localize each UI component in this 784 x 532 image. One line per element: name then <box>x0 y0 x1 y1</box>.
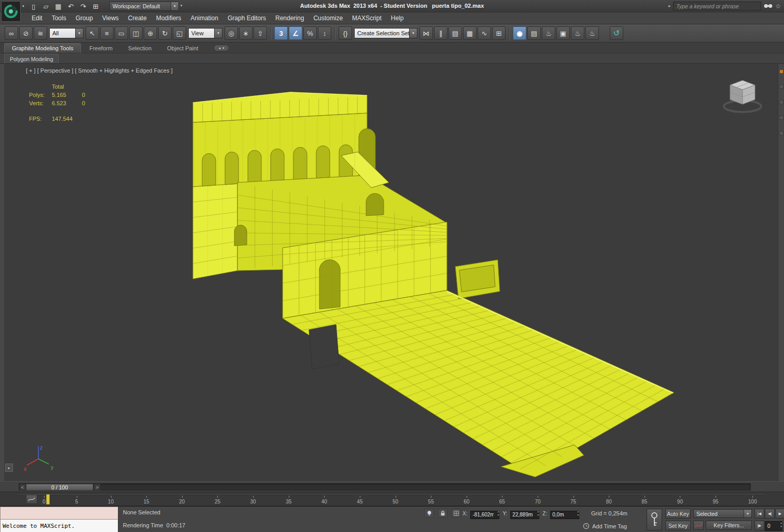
current-frame-marker[interactable] <box>46 494 50 505</box>
spinner-snap-toggle[interactable]: ↕ <box>318 26 331 40</box>
current-frame-field[interactable]: ▴▾ <box>765 521 782 530</box>
key-mode-dropdown[interactable]: Selected ▾ <box>693 509 752 518</box>
tab-graphite-modeling-tools[interactable]: Graphite Modeling Tools <box>4 43 81 53</box>
bind-to-space-warp-button[interactable]: ≋ <box>34 26 47 40</box>
spinner-icon[interactable]: ▴▾ <box>498 510 499 516</box>
menu-item[interactable]: Help <box>386 12 409 24</box>
time-slider-handle[interactable]: 0 / 100 <box>26 484 93 491</box>
menu-item[interactable]: Animation <box>186 12 223 24</box>
menu-item[interactable]: Group <box>71 12 97 24</box>
key-filters-button[interactable]: Key Filters... <box>706 521 752 530</box>
reference-coordinate-system-dropdown[interactable]: View ▾ <box>188 28 222 38</box>
z-coordinate-input[interactable] <box>550 511 579 519</box>
selection-lock-toggle[interactable] <box>438 509 447 517</box>
infocenter-search-input[interactable] <box>673 2 761 10</box>
use-pivot-point-button[interactable]: ◎ <box>225 26 238 40</box>
app-menu-arrow-icon[interactable]: ▾ <box>22 4 24 8</box>
perspective-viewport[interactable]: [ + ] [ Perspective ] [ Smooth + Highlig… <box>4 64 778 481</box>
select-and-scale-button[interactable]: ◱ <box>173 26 186 40</box>
window-crossing-toggle[interactable]: ◫ <box>129 26 143 40</box>
play-animation-button[interactable]: ▶ <box>775 509 784 519</box>
material-editor-button[interactable]: ◉ <box>513 26 526 40</box>
edit-named-selection-sets-button[interactable]: {} <box>339 26 352 40</box>
next-frame-mini-button[interactable]: > <box>94 484 101 491</box>
viewport-label[interactable]: [ + ] [ Perspective ] [ Smooth + Highlig… <box>26 67 173 74</box>
x-coordinate-field[interactable]: ▴▾ <box>470 509 499 517</box>
listener-pane[interactable]: Welcome to MAXScript. <box>0 519 118 532</box>
workspace-dropdown[interactable]: Workspace: Default ▾ <box>109 2 179 11</box>
auto-key-button[interactable]: Auto Key <box>665 509 691 519</box>
command-panel-collapsed-strip[interactable] <box>778 64 784 481</box>
add-time-tag[interactable]: Add Time Tag <box>583 523 627 529</box>
set-keys-button[interactable] <box>647 509 662 530</box>
current-frame-input[interactable] <box>765 521 782 531</box>
menu-item[interactable]: Customize <box>309 12 347 24</box>
cloud-render-button[interactable]: ↺ <box>610 26 623 40</box>
menu-item[interactable]: Create <box>123 12 151 24</box>
menu-item[interactable]: MAXScript <box>347 12 386 24</box>
previous-frame-mini-button[interactable]: < <box>19 484 26 491</box>
select-object-button[interactable]: ↖ <box>86 26 99 40</box>
percent-snap-toggle[interactable]: % <box>303 26 317 40</box>
select-and-manipulate-button[interactable]: ∗ <box>239 26 253 40</box>
mirror-button[interactable]: ⋈ <box>419 26 433 40</box>
menu-item[interactable]: Tools <box>47 12 71 24</box>
new-scene-button[interactable]: ▯ <box>28 1 39 11</box>
angle-snap-toggle[interactable]: ∠ <box>289 26 302 40</box>
snaps-toggle[interactable]: 3 <box>274 26 288 40</box>
polygon-modeling-panel-tab[interactable]: Polygon Modeling <box>4 54 59 63</box>
ribbon-minimize-toggle[interactable]: ● ▾ <box>214 45 229 51</box>
maxscript-mini-listener[interactable]: Welcome to MAXScript. <box>0 507 119 532</box>
unlink-selection-button[interactable]: ⊘ <box>19 26 33 40</box>
schematic-view-button[interactable]: ⊞ <box>492 26 506 40</box>
rectangular-selection-region-button[interactable]: ▭ <box>115 26 128 40</box>
render-setup-button[interactable]: ♨ <box>542 26 555 40</box>
undo-button[interactable]: ↶ <box>65 1 76 11</box>
save-file-button[interactable]: ▦ <box>53 1 64 11</box>
keyboard-override-toggle[interactable]: ⇧ <box>254 26 267 40</box>
open-mini-curve-editor-button[interactable] <box>26 495 37 504</box>
selection-filter-dropdown[interactable]: All ▾ <box>49 28 83 38</box>
x-coordinate-input[interactable] <box>470 511 499 519</box>
infocenter-prev-icon[interactable]: ▸ <box>668 4 670 8</box>
y-coordinate-field[interactable]: ▴▾ <box>510 509 539 517</box>
3ds-max-logo-icon[interactable] <box>1 1 21 22</box>
viewport-layout-expand-button[interactable]: ▸ <box>5 464 13 472</box>
absolute-offset-mode-toggle[interactable] <box>451 509 461 517</box>
tab-freeform[interactable]: Freeform <box>82 43 120 53</box>
spinner-icon[interactable]: ▴▾ <box>538 510 539 516</box>
select-by-name-button[interactable]: ≡ <box>100 26 114 40</box>
layer-manager-button[interactable]: ▤ <box>449 26 462 40</box>
rendered-frame-window-button[interactable]: ▣ <box>556 26 570 40</box>
viewcube[interactable] <box>721 77 764 115</box>
render-production-button[interactable]: ♨ <box>571 26 584 40</box>
isolate-selection-toggle[interactable] <box>424 509 434 517</box>
curve-editor-button[interactable]: ∿ <box>478 26 491 40</box>
qat-customize-arrow-icon[interactable]: ▾ <box>180 4 183 8</box>
binoculars-search-icon[interactable] <box>764 3 773 9</box>
menu-item[interactable]: Modifiers <box>151 12 186 24</box>
graphite-ribbon-toggle[interactable]: ▦ <box>463 26 477 40</box>
y-coordinate-input[interactable] <box>510 511 539 519</box>
default-in-out-tangents-button[interactable] <box>693 521 704 530</box>
next-frame-button[interactable]: |▶ <box>754 521 764 530</box>
menu-item[interactable]: Rendering <box>271 12 309 24</box>
track-bar[interactable]: 0510152025303540455055606570758085909510… <box>0 492 784 506</box>
menu-item[interactable]: Graph Editors <box>223 12 271 24</box>
3d-model[interactable] <box>4 64 778 481</box>
z-coordinate-field[interactable]: ▴▾ <box>550 509 579 517</box>
render-iterative-button[interactable]: ♨ <box>585 26 599 40</box>
tab-object-paint[interactable]: Object Paint <box>160 43 205 53</box>
redo-button[interactable]: ↷ <box>78 1 89 11</box>
time-slider-track[interactable] <box>19 483 751 491</box>
go-to-start-button[interactable]: |◀ <box>754 509 764 519</box>
tab-selection[interactable]: Selection <box>121 43 159 53</box>
open-file-button[interactable]: ▱ <box>40 1 51 11</box>
slate-material-editor-button[interactable]: ▤ <box>527 26 541 40</box>
favorites-star-icon[interactable]: ☆ <box>775 3 781 10</box>
previous-frame-button[interactable]: ◀| <box>765 509 775 519</box>
project-folder-button[interactable]: ⊞ <box>90 1 101 11</box>
spinner-icon[interactable]: ▴▾ <box>577 510 579 516</box>
macro-recorder-pane[interactable] <box>0 507 118 519</box>
menu-item[interactable]: Edit <box>27 12 47 24</box>
